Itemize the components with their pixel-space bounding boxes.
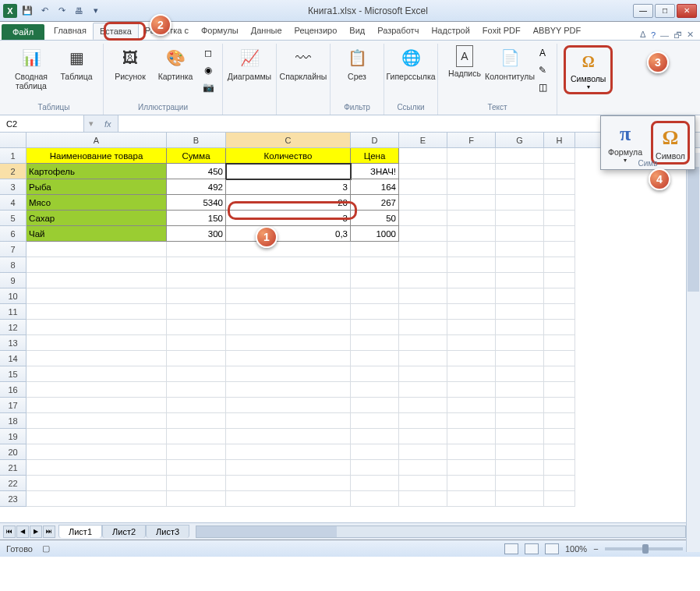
- sheet-tab-Лист3[interactable]: Лист3: [146, 525, 189, 538]
- cell-E19[interactable]: [399, 429, 447, 444]
- cell-F13[interactable]: [447, 335, 496, 351]
- cell-E8[interactable]: [399, 257, 447, 273]
- object-button[interactable]: ◫: [535, 80, 550, 95]
- cell-D7[interactable]: [351, 242, 399, 257]
- file-tab[interactable]: Файл: [2, 24, 44, 40]
- cell-E13[interactable]: [399, 335, 447, 351]
- clipart-button[interactable]: 🎨Картинка: [155, 45, 196, 81]
- cell-C12[interactable]: [226, 320, 351, 335]
- horizontal-scrollbar[interactable]: [196, 526, 686, 538]
- sheet-tab-Лист1[interactable]: Лист1: [58, 525, 102, 538]
- tab-вид[interactable]: Вид: [343, 23, 371, 40]
- cell-B16[interactable]: [167, 382, 226, 398]
- table-button[interactable]: ▦Таблица: [56, 45, 97, 81]
- cell-B22[interactable]: [167, 476, 226, 491]
- cell-C18[interactable]: [226, 413, 351, 429]
- cell-B5[interactable]: 150: [167, 211, 226, 226]
- cell-A22[interactable]: [27, 476, 167, 491]
- cell-C5[interactable]: 3: [226, 211, 351, 226]
- cell-G1[interactable]: [496, 148, 544, 164]
- cell-B1[interactable]: Сумма: [167, 148, 226, 164]
- row-header-9[interactable]: 9: [0, 273, 27, 288]
- qat-customize[interactable]: ▾: [89, 4, 103, 18]
- cell-H15[interactable]: [544, 366, 575, 382]
- cell-A20[interactable]: [27, 444, 167, 460]
- cell-H8[interactable]: [544, 257, 575, 273]
- row-header-16[interactable]: 16: [0, 382, 27, 398]
- sheet-nav-next[interactable]: ▶: [30, 526, 42, 538]
- cell-C2[interactable]: [226, 164, 351, 179]
- cell-B23[interactable]: [167, 491, 226, 507]
- cell-H1[interactable]: [544, 148, 575, 164]
- cell-B8[interactable]: [167, 257, 226, 273]
- cell-G11[interactable]: [496, 304, 544, 320]
- row-header-2[interactable]: 2: [0, 164, 27, 179]
- cell-F21[interactable]: [447, 460, 496, 476]
- cell-F3[interactable]: [447, 179, 496, 195]
- sheet-nav-last[interactable]: ⏭: [43, 526, 55, 538]
- cell-D4[interactable]: 267: [351, 195, 399, 211]
- cell-E1[interactable]: [399, 148, 447, 164]
- cell-C19[interactable]: [226, 429, 351, 444]
- row-header-22[interactable]: 22: [0, 476, 27, 491]
- cell-D22[interactable]: [351, 476, 399, 491]
- cell-E7[interactable]: [399, 242, 447, 257]
- cell-H22[interactable]: [544, 476, 575, 491]
- cell-G13[interactable]: [496, 335, 544, 351]
- cell-E6[interactable]: [399, 226, 447, 242]
- zoom-thumb[interactable]: [642, 544, 649, 554]
- cell-D21[interactable]: [351, 460, 399, 476]
- cell-C10[interactable]: [226, 288, 351, 304]
- tab-данные[interactable]: Данные: [245, 23, 288, 40]
- cell-G21[interactable]: [496, 460, 544, 476]
- cell-A11[interactable]: [27, 304, 167, 320]
- col-header-B[interactable]: B: [167, 133, 226, 147]
- fx-icon[interactable]: fx: [98, 119, 118, 129]
- row-header-3[interactable]: 3: [0, 179, 27, 195]
- row-header-15[interactable]: 15: [0, 366, 27, 382]
- row-header-20[interactable]: 20: [0, 444, 27, 460]
- cell-E23[interactable]: [399, 491, 447, 507]
- signature-button[interactable]: ✎: [535, 62, 550, 78]
- cell-C3[interactable]: 3: [226, 179, 351, 195]
- save-button[interactable]: 💾: [20, 4, 34, 18]
- row-header-21[interactable]: 21: [0, 460, 27, 476]
- cell-D18[interactable]: [351, 413, 399, 429]
- col-header-E[interactable]: E: [399, 133, 447, 147]
- cell-G14[interactable]: [496, 351, 544, 366]
- ribbon-minimize-icon[interactable]: ᐃ: [640, 30, 646, 40]
- cell-H5[interactable]: [544, 211, 575, 226]
- cell-G6[interactable]: [496, 226, 544, 242]
- cell-E15[interactable]: [399, 366, 447, 382]
- cell-F16[interactable]: [447, 382, 496, 398]
- cell-D14[interactable]: [351, 351, 399, 366]
- quickprint-button[interactable]: 🖶: [72, 4, 86, 18]
- tab-abbyy pdf[interactable]: ABBYY PDF: [527, 23, 588, 40]
- picture-button[interactable]: 🖼Рисунок: [110, 45, 150, 81]
- col-header-A[interactable]: A: [27, 133, 167, 147]
- cell-C1[interactable]: Количество: [226, 148, 351, 164]
- cell-F8[interactable]: [447, 257, 496, 273]
- cell-H17[interactable]: [544, 398, 575, 413]
- cell-H9[interactable]: [544, 273, 575, 288]
- cell-G17[interactable]: [496, 398, 544, 413]
- symbols-button[interactable]: Ω Символы ▾: [564, 45, 613, 94]
- cell-D17[interactable]: [351, 398, 399, 413]
- cell-B7[interactable]: [167, 242, 226, 257]
- cell-E17[interactable]: [399, 398, 447, 413]
- cell-F20[interactable]: [447, 444, 496, 460]
- help-icon[interactable]: ?: [651, 30, 656, 40]
- tab-foxit pdf[interactable]: Foxit PDF: [476, 23, 527, 40]
- cell-E11[interactable]: [399, 304, 447, 320]
- cell-A15[interactable]: [27, 366, 167, 382]
- cell-D11[interactable]: [351, 304, 399, 320]
- cell-E14[interactable]: [399, 351, 447, 366]
- cell-G12[interactable]: [496, 320, 544, 335]
- cell-B20[interactable]: [167, 444, 226, 460]
- wordart-button[interactable]: A: [535, 45, 550, 61]
- cell-H21[interactable]: [544, 460, 575, 476]
- cell-G8[interactable]: [496, 257, 544, 273]
- minimize-button[interactable]: —: [633, 4, 653, 18]
- col-header-G[interactable]: G: [496, 133, 544, 147]
- cell-C17[interactable]: [226, 398, 351, 413]
